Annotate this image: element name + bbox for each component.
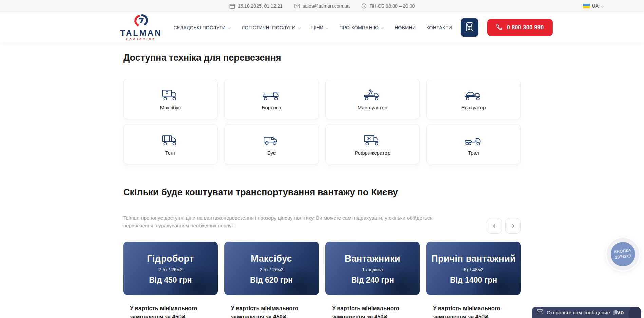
crane-truck-icon [363,88,382,102]
callback-button-label: КНОПКА ЗВ'ЯЗКУ [609,241,636,267]
nav-label: ЦІНИ [311,25,324,30]
nav-label: КОНТАКТИ [426,25,452,30]
chevron-down-icon [298,25,301,30]
ukraine-flag-icon [583,4,590,8]
chevron-down-icon [228,25,231,30]
main-nav: СКЛАДСЬКІ ПОСЛУГИ ЛОГІСТИЧНІ ПОСЛУГИ ЦІН… [174,25,452,30]
nav-item-news[interactable]: НОВИНИ [395,25,416,30]
price-card-price: Від 1400 грн [450,276,497,285]
chevron-down-icon [381,25,384,30]
topbar-email[interactable]: sales@talman.com.ua [294,3,350,9]
vehicles-section-title: Доступна техніка для перевезення [123,53,521,63]
chevron-down-icon [325,25,329,30]
refrigerator-truck-icon [363,133,382,147]
price-card-note: У вартість мінімального замовлення за 45… [426,295,521,318]
price-card-spec: 6т / 48м2 [463,267,484,272]
price-card-name: Вантажники [345,253,400,264]
logo-mark-icon [133,14,149,29]
vehicle-card-refrigerator[interactable]: Рефрижератор [325,124,420,164]
chat-widget[interactable]: Отправьте нам сообщение jivo [532,307,641,318]
vehicle-label: Евакуатор [461,105,486,110]
vehicle-label: Маніпулятор [358,105,387,110]
vehicle-label: Тент [165,150,176,156]
price-card-note: У вартість мінімального замовлення за 45… [325,295,420,318]
vehicle-label: Рефрижератор [355,150,390,156]
vehicle-card-flatbed[interactable]: Бортова [224,79,319,119]
price-card-price: Від 240 грн [351,276,394,285]
price-card-note: У вартість мінімального замовлення за 45… [224,295,319,318]
logo-name: TALMAN [120,29,162,37]
price-card-note: У вартість мінімального замовлення за 45… [123,295,218,318]
price-card-spec: 2.5т / 26м2 [260,267,284,272]
calculator-icon [466,22,474,33]
nav-label: ПРО КОМПАНІЮ [339,25,379,30]
vehicle-label: Бортова [262,105,281,110]
carousel-next-button[interactable] [505,218,521,234]
price-card-maxibus[interactable]: Максібус 2.5т / 26м2 Від 620 грн У варті… [224,242,319,318]
low-loader-trailer-icon [464,133,484,147]
nav-item-contacts[interactable]: КОНТАКТИ [426,25,452,30]
phone-button[interactable]: 0 800 300 990 [487,19,553,36]
calendar-icon [229,3,235,9]
nav-item-logistics-services[interactable]: ЛОГІСТИЧНІ ПОСЛУГИ [242,25,301,30]
envelope-icon [294,4,300,8]
vehicle-card-van[interactable]: Бус [224,124,319,164]
price-card-hydroboard[interactable]: Гідроборт 2.5т / 26м2 Від 450 грн У варт… [123,242,218,318]
site-header: TALMAN LOGISTICS СКЛАДСЬКІ ПОСЛУГИ ЛОГІС… [0,12,644,42]
price-card-name: Причіп вантажний [431,253,516,264]
price-card-cargo-trailer[interactable]: Причіп вантажний 6т / 48м2 Від 1400 грн … [426,242,521,318]
topbar-email-text: sales@talman.com.ua [303,3,350,9]
language-label: UA [592,3,599,9]
nav-label: СКЛАДСЬКІ ПОСЛУГИ [174,25,226,30]
clock-icon [361,3,367,9]
topbar-hours-text: ПН-СБ 08:00 – 20:00 [370,3,415,9]
chat-message-label: Отправьте нам сообщение [547,310,610,315]
carousel-prev-button[interactable] [487,218,502,234]
price-card-name: Гідроборт [147,253,194,264]
vehicle-label: Бус [267,150,276,156]
nav-item-about[interactable]: ПРО КОМПАНІЮ [339,25,384,30]
pricing-description: Talman пропонує доступні ціни на вантажо… [123,214,439,229]
price-card-spec: 1 людина [362,267,383,272]
topbar: 15.10.2025, 01:12:21 sales@talman.com.ua… [0,0,644,12]
nav-label: ЛОГІСТИЧНІ ПОСЛУГИ [242,25,296,30]
calculator-button[interactable] [461,18,478,37]
phone-icon [496,23,503,32]
pricing-section: Скільки буде коштувати транспортування в… [123,187,521,318]
pricing-section-title: Скільки буде коштувати транспортування в… [123,187,521,198]
nav-item-warehouse-services[interactable]: СКЛАДСЬКІ ПОСЛУГИ [174,25,231,30]
price-card-photo: Максібус 2.5т / 26м2 Від 620 грн [224,242,319,295]
chat-widget-decoration [628,307,641,318]
chevron-down-icon [601,3,604,9]
flatbed-truck-icon [262,88,281,102]
price-card-photo: Вантажники 1 людина Від 240 грн [325,242,420,295]
language-switcher[interactable]: UA [583,0,604,12]
vehicle-card-towtruck[interactable]: Евакуатор [426,79,521,119]
price-card-price: Від 620 грн [250,276,293,285]
vehicle-card-tent[interactable]: Тент [123,124,218,164]
callback-button[interactable]: КНОПКА ЗВ'ЯЗКУ [605,236,641,272]
vehicle-card-maxibus[interactable]: Максібус [123,79,218,119]
vehicle-card-trailer[interactable]: Трал [426,124,521,164]
phone-number: 0 800 300 990 [507,24,544,31]
chat-envelope-icon [537,309,543,316]
topbar-hours: ПН-СБ 08:00 – 20:00 [361,3,415,9]
talman-logo[interactable]: TALMAN LOGISTICS [120,14,162,41]
vehicle-label: Трал [468,150,479,156]
price-card-price: Від 450 грн [149,276,192,285]
carousel-controls [487,218,521,234]
vehicle-grid: Максібус Бортова Маніпулято [123,79,521,164]
van-icon [262,133,281,147]
nav-item-prices[interactable]: ЦІНИ [311,25,329,30]
price-card-photo: Гідроборт 2.5т / 26м2 Від 450 грн [123,242,218,295]
vehicle-card-manipulator[interactable]: Маніпулятор [325,79,420,119]
tent-truck-icon [160,133,180,147]
tow-truck-icon [464,88,484,102]
logo-tagline: LOGISTICS [126,38,156,41]
jivo-logo: jivo [613,310,624,316]
price-card-loaders[interactable]: Вантажники 1 людина Від 240 грн У вартіс… [325,242,420,318]
price-card-photo: Причіп вантажний 6т / 48м2 Від 1400 грн [426,242,521,295]
box-truck-icon [160,88,180,102]
price-card-spec: 2.5т / 26м2 [158,267,183,272]
price-card-grid: Гідроборт 2.5т / 26м2 Від 450 грн У варт… [123,242,521,318]
